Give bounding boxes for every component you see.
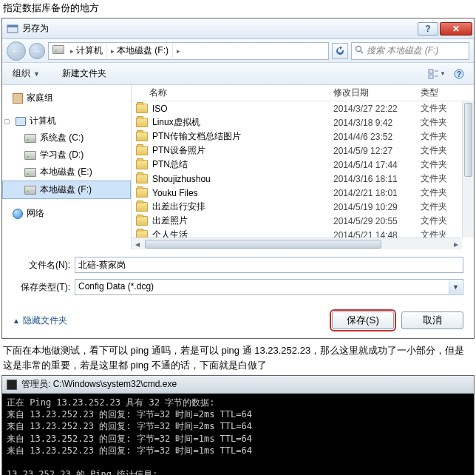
table-row[interactable]: PTN总结2014/5/14 17:44文件夹 bbox=[132, 158, 474, 172]
table-row[interactable]: 出差照片2014/5/29 20:55文件夹 bbox=[132, 214, 474, 228]
dialog-title: 另存为 bbox=[22, 22, 416, 35]
folder-icon bbox=[136, 132, 148, 141]
table-row[interactable]: Linux虚拟机2014/3/18 9:42文件夹 bbox=[132, 115, 474, 129]
row-name: PTN总结 bbox=[152, 158, 333, 171]
tree-drive-label: 本地磁盘 (F:) bbox=[40, 183, 92, 196]
computer-icon bbox=[16, 117, 26, 126]
col-name[interactable]: 名称 bbox=[136, 87, 333, 99]
table-row[interactable]: PTN传输文档总结图片2014/4/6 23:52文件夹 bbox=[132, 129, 474, 144]
hide-folders-link[interactable]: ▲ 隐藏文件夹 bbox=[13, 314, 67, 327]
drive-icon bbox=[24, 134, 36, 143]
toolbar: 组织 ▼ 新建文件夹 ▼ ? bbox=[2, 63, 474, 85]
explain-paragraph: 下面在本地做测试，看下可以 ping 通吗，若是可以 ping 通 13.23.… bbox=[0, 340, 476, 374]
svg-rect-5 bbox=[429, 75, 433, 78]
tree-drive[interactable]: 学习盘 (D:) bbox=[2, 146, 131, 164]
breadcrumb[interactable]: ▸计算机 ▸本地磁盘 (F:) ▸ bbox=[48, 42, 329, 60]
row-name: 出差照片 bbox=[152, 215, 333, 227]
app-icon bbox=[7, 23, 18, 35]
newfolder-button[interactable]: 新建文件夹 bbox=[58, 65, 111, 82]
organize-button[interactable]: 组织 ▼ bbox=[8, 65, 44, 82]
table-row[interactable]: Shoujizhushou2014/3/16 18:11文件夹 bbox=[132, 172, 474, 186]
tree-drive-label: 系统盘 (C:) bbox=[40, 132, 84, 144]
tree-drive-label: 学习盘 (D:) bbox=[40, 149, 84, 161]
home-icon bbox=[13, 93, 23, 104]
nav-back-button[interactable]: ← bbox=[7, 41, 26, 61]
cmd-line: 来自 13.23.252.23 的回复: 字节=32 时间=2ms TTL=64 bbox=[7, 408, 469, 420]
table-row[interactable]: 出差出行安排2014/5/19 10:29文件夹 bbox=[132, 200, 474, 214]
cmd-title-text: 管理员: C:\Windows\system32\cmd.exe bbox=[21, 378, 177, 391]
col-type[interactable]: 类型 bbox=[421, 87, 469, 99]
cancel-button[interactable]: 取消 bbox=[401, 311, 463, 329]
tree-drive[interactable]: 系统盘 (C:) bbox=[2, 129, 131, 146]
row-date: 2014/5/9 12:27 bbox=[333, 146, 421, 156]
file-list: 名称 修改日期 类型 ISO2014/3/27 22:22文件夹Linux虚拟机… bbox=[132, 85, 474, 249]
row-name: Shoujizhushou bbox=[152, 174, 333, 184]
table-row[interactable]: ISO2014/3/27 22:22文件夹 bbox=[132, 101, 474, 115]
refresh-button[interactable] bbox=[332, 43, 348, 59]
tree-home[interactable]: 家庭组 bbox=[2, 90, 131, 107]
save-as-dialog: 另存为 ? ✕ ← → ▸计算机 ▸本地磁盘 (F:) ▸ 搜索 本地磁盘 (F… bbox=[2, 18, 474, 338]
cmd-line bbox=[7, 457, 469, 468]
help-button[interactable]: ? bbox=[418, 22, 438, 36]
titlebar: 另存为 ? ✕ bbox=[2, 18, 474, 39]
cmd-window: 管理员: C:\Windows\system32\cmd.exe 正在 Ping… bbox=[1, 375, 475, 475]
list-header[interactable]: 名称 修改日期 类型 bbox=[132, 85, 474, 101]
folder-icon bbox=[136, 174, 148, 183]
row-name: 出差出行安排 bbox=[152, 201, 333, 213]
filename-input[interactable] bbox=[75, 257, 463, 273]
svg-point-2 bbox=[356, 47, 361, 52]
filetype-combo[interactable]: Config Data (*.dcg) ▼ bbox=[75, 279, 463, 295]
cmd-line: 来自 13.23.252.23 的回复: 字节=32 时间=1ms TTL=64 bbox=[7, 445, 469, 457]
tree-computer[interactable]: ▢计算机 bbox=[2, 112, 131, 129]
view-mode-button[interactable]: ▼ bbox=[428, 66, 446, 82]
row-name: PTN传输文档总结图片 bbox=[152, 130, 333, 143]
crumb-computer[interactable]: ▸计算机 bbox=[67, 43, 107, 58]
row-name: PTN设备照片 bbox=[152, 144, 333, 157]
row-date: 2014/3/18 9:42 bbox=[333, 118, 421, 128]
search-icon bbox=[355, 45, 364, 56]
folder-icon bbox=[136, 216, 148, 226]
row-date: 2014/5/19 10:29 bbox=[333, 202, 421, 212]
folder-icon bbox=[136, 104, 148, 113]
tree-drive[interactable]: 本地磁盘 (E:) bbox=[2, 164, 131, 181]
nav-forward-button[interactable]: → bbox=[29, 43, 45, 59]
cmd-line: 来自 13.23.252.23 的回复: 字节=32 时间=1ms TTL=64 bbox=[7, 433, 469, 445]
row-date: 2014/5/14 17:44 bbox=[333, 160, 421, 170]
crumb-tail-chevron[interactable]: ▸ bbox=[173, 46, 184, 56]
table-row[interactable]: PTN设备照片2014/5/9 12:27文件夹 bbox=[132, 144, 474, 158]
folder-icon bbox=[136, 146, 148, 155]
tree-drive[interactable]: 本地磁盘 (F:) bbox=[2, 181, 131, 199]
row-name: Linux虚拟机 bbox=[152, 116, 333, 129]
row-name: Youku Files bbox=[152, 188, 333, 198]
folder-icon bbox=[136, 188, 148, 198]
svg-rect-1 bbox=[7, 25, 18, 27]
col-date[interactable]: 修改日期 bbox=[333, 87, 421, 99]
table-row[interactable]: Youku Files2014/2/21 18:01文件夹 bbox=[132, 186, 474, 200]
filetype-value: Config Data (*.dcg) bbox=[78, 281, 154, 292]
folder-icon bbox=[136, 160, 148, 169]
expand-icon[interactable]: ▢ bbox=[4, 118, 10, 124]
svg-text:?: ? bbox=[457, 70, 461, 78]
help-icon-button[interactable]: ? bbox=[450, 66, 468, 82]
cmd-line: 13.23.252.23 的 Ping 统计信息: bbox=[7, 468, 469, 475]
crumb-drive[interactable]: ▸本地磁盘 (F:) bbox=[107, 43, 173, 58]
nav-row: ← → ▸计算机 ▸本地磁盘 (F:) ▸ 搜索 本地磁盘 (F:) bbox=[2, 39, 474, 63]
filename-label: 文件名(N): bbox=[13, 259, 75, 272]
top-caption: 指定数据库备份的地方 bbox=[0, 0, 476, 16]
cmd-line: 来自 13.23.252.23 的回复: 字节=32 时间=2ms TTL=64 bbox=[7, 420, 469, 432]
svg-line-3 bbox=[361, 51, 363, 53]
row-date: 2014/5/29 20:55 bbox=[333, 216, 421, 226]
save-button[interactable]: 保存(S) bbox=[332, 311, 394, 329]
chevron-up-icon: ▲ bbox=[13, 317, 20, 325]
close-button[interactable]: ✕ bbox=[440, 22, 472, 36]
horizontal-scrollbar[interactable]: ◂▸ bbox=[132, 238, 462, 249]
chevron-down-icon[interactable]: ▼ bbox=[449, 280, 462, 294]
drive-icon bbox=[52, 45, 64, 57]
row-name: ISO bbox=[152, 104, 333, 114]
tree-network[interactable]: 网络 bbox=[2, 205, 131, 222]
search-input[interactable]: 搜索 本地磁盘 (F:) bbox=[351, 42, 469, 60]
vertical-scrollbar[interactable] bbox=[462, 101, 474, 238]
row-date: 2014/3/16 18:11 bbox=[333, 174, 421, 184]
svg-rect-4 bbox=[429, 70, 433, 73]
nav-tree[interactable]: 家庭组 ▢计算机 系统盘 (C:)学习盘 (D:)本地磁盘 (E:)本地磁盘 (… bbox=[2, 85, 132, 249]
